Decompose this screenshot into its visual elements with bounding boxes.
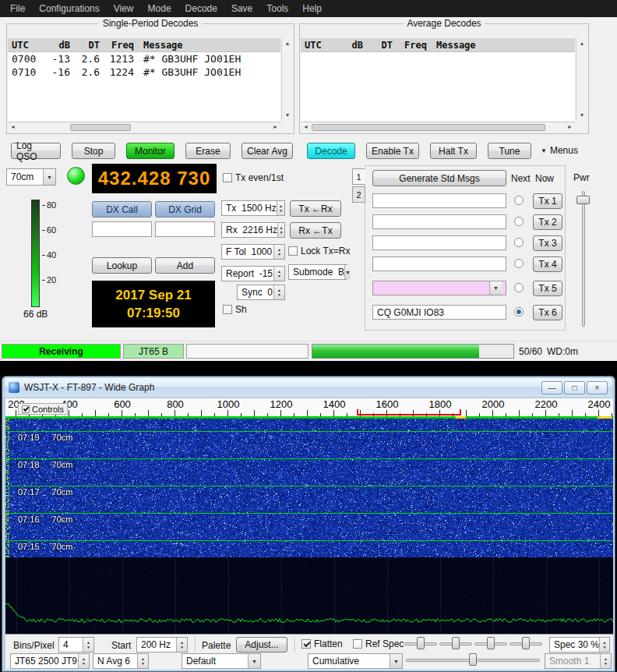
waterfall-canvas[interactable] [5, 419, 613, 557]
close-button[interactable]: × [587, 381, 608, 394]
log-qso-button[interactable]: Log QSO [11, 143, 61, 159]
slider-handle[interactable] [576, 196, 590, 204]
tx-1-button[interactable]: Tx 1 [533, 193, 562, 209]
horizontal-scrollbar[interactable]: ◄ ► [301, 122, 575, 133]
graph-slider-3[interactable] [474, 636, 507, 652]
enable-tx-button[interactable]: Enable Tx [366, 143, 419, 159]
waterfall[interactable]: 07:19 70cm 07:18 70cm 07:17 70cm 07:16 7… [5, 419, 613, 557]
tx-freq-spinner[interactable]: Tx 1500 Hz ▲ ▼ [221, 200, 285, 216]
spin-down-icon[interactable]: ▼ [280, 230, 284, 235]
tx-5-button[interactable]: Tx 5 [533, 281, 562, 296]
messages-tab-1[interactable]: 1 [352, 168, 365, 185]
tx-message-2-radio[interactable] [514, 217, 524, 226]
spinner-arrows[interactable]: ▲ ▼ [137, 654, 148, 668]
band-selector[interactable]: 70cm ▼ [6, 168, 56, 186]
spin-down-icon[interactable]: ▼ [277, 252, 281, 256]
tx-message-6-field[interactable]: CQ G0MJI IO83 [372, 305, 506, 320]
decode-button[interactable]: Decode [307, 143, 355, 159]
menu-item-help[interactable]: Help [295, 1, 329, 16]
spin-down-icon[interactable]: ▼ [603, 645, 607, 649]
lock-txrx-checkbox[interactable]: Lock Tx=Rx [288, 246, 350, 256]
stop-button[interactable]: Stop [72, 143, 115, 159]
report-spinner[interactable]: Report -15 ▲ ▼ [221, 266, 285, 281]
vertical-scrollbar[interactable]: ▲ ▼ [281, 38, 293, 121]
spin-down-icon[interactable]: ▼ [604, 661, 608, 666]
jt65-jt9-spinner[interactable]: JT65 2500 JT9 ▲ ▼ [10, 653, 90, 669]
display-mode-selector[interactable]: Cumulative ▼ [308, 653, 403, 669]
dx-call-button[interactable]: DX Call [92, 201, 152, 218]
spinner-arrows[interactable]: ▲ ▼ [273, 267, 284, 281]
slider-handle[interactable] [469, 653, 477, 666]
halt-tx-button[interactable]: Halt Tx [430, 143, 477, 159]
slider-handle[interactable] [417, 637, 425, 649]
tune-button[interactable]: Tune [488, 143, 531, 159]
adjust-button[interactable]: Adjust... [236, 637, 287, 653]
free-msg-selector[interactable]: ▼ [372, 281, 506, 295]
slider-handle[interactable] [487, 637, 495, 649]
scrollbar-thumb[interactable] [70, 124, 131, 131]
clear-avg-button[interactable]: Clear Avg [242, 143, 293, 159]
spinner-arrows[interactable]: ▲ ▼ [600, 654, 611, 668]
vertical-scrollbar[interactable]: ▲ ▼ [576, 38, 587, 121]
controls-checkbox[interactable]: Controls [18, 403, 68, 415]
monitor-button[interactable]: Monitor [126, 143, 175, 159]
decode-row[interactable]: 0710 -16 2.6 1224 #* GB3UHF JO01EH [8, 65, 280, 79]
pwr-slider[interactable] [576, 189, 591, 328]
menu-item-file[interactable]: File [3, 1, 32, 16]
tx-6-button[interactable]: Tx 6 [533, 305, 562, 320]
spin-down-icon[interactable]: ▼ [141, 661, 145, 666]
scroll-right-icon[interactable]: ► [567, 123, 573, 131]
tx-message-4-radio[interactable] [514, 259, 524, 268]
graph-slider-4[interactable] [509, 636, 542, 652]
spin-down-icon[interactable]: ▼ [86, 645, 90, 649]
scroll-down-icon[interactable]: ▼ [285, 111, 291, 119]
spec-spinner[interactable]: Spec 30 % ▲ ▼ [549, 637, 610, 653]
dx-call-field[interactable] [92, 221, 152, 237]
tx-from-rx-button[interactable]: Tx ←Rx [290, 200, 341, 217]
tx-message-2-field[interactable] [372, 214, 506, 229]
menu-item-view[interactable]: View [107, 1, 141, 16]
dx-grid-button[interactable]: DX Grid [155, 201, 215, 218]
sh-checkbox[interactable]: Sh [223, 304, 247, 315]
spin-down-icon[interactable]: ▼ [180, 645, 184, 649]
rx-from-tx-button[interactable]: Rx ←Tx [290, 222, 341, 239]
spin-down-icon[interactable]: ▼ [279, 208, 283, 213]
tx-4-button[interactable]: Tx 4 [533, 256, 562, 272]
lookup-button[interactable]: Lookup [92, 257, 152, 274]
tx-2-button[interactable]: Tx 2 [533, 214, 562, 230]
tx-3-button[interactable]: Tx 3 [533, 235, 562, 251]
ftol-spinner[interactable]: F Tol 1000 ▲ ▼ [221, 244, 285, 260]
spinner-arrows[interactable]: ▲ ▼ [83, 638, 93, 652]
maximize-button[interactable]: □ [564, 381, 585, 394]
bins-pixel-spinner[interactable]: 4 ▲ ▼ [58, 637, 94, 653]
spinner-arrows[interactable]: ▲ ▼ [176, 638, 187, 652]
minimize-button[interactable]: — [541, 381, 562, 394]
spinner-arrows[interactable]: ▲ ▼ [277, 201, 284, 215]
n-avg-spinner[interactable]: N Avg 6 ▲ ▼ [93, 653, 149, 669]
messages-tab-2[interactable]: 2 [352, 186, 365, 203]
sync-spinner[interactable]: Sync 0 ▲ ▼ [237, 285, 285, 300]
palette-selector[interactable]: Default ▼ [182, 653, 261, 669]
tx-message-4-field[interactable] [372, 256, 506, 271]
decode-row[interactable]: 0700 -13 2.6 1213 #* GB3UHF JO01EH [8, 52, 280, 65]
tx-message-1-field[interactable] [372, 193, 506, 208]
generate-std-msgs-button[interactable]: Generate Std Msgs [372, 170, 506, 186]
spinner-arrows[interactable]: ▲ ▼ [78, 654, 89, 668]
scrollbar-thumb[interactable] [312, 124, 545, 131]
title-bar[interactable]: WSJT-X - FT-897 - Wide Graph — □ × [5, 378, 612, 397]
graph-slider-2[interactable] [439, 636, 472, 652]
horizontal-scrollbar[interactable]: ◄ ► [8, 122, 280, 133]
smooth-slider[interactable] [406, 653, 540, 668]
spinner-arrows[interactable]: ▲ ▼ [277, 223, 284, 237]
ref-spec-checkbox[interactable]: Ref Spec [353, 638, 404, 649]
spin-down-icon[interactable]: ▼ [277, 292, 281, 297]
spin-down-icon[interactable]: ▼ [82, 661, 86, 666]
menu-item-save[interactable]: Save [224, 1, 259, 16]
add-button[interactable]: Add [155, 257, 215, 274]
tx-message-1-radio[interactable] [514, 196, 524, 205]
dx-grid-field[interactable] [155, 221, 215, 237]
graph-slider-1[interactable] [404, 636, 437, 652]
tx-even-checkbox[interactable]: Tx even/1st [223, 172, 284, 183]
slider-handle[interactable] [522, 637, 530, 649]
erase-button[interactable]: Erase [185, 143, 231, 159]
